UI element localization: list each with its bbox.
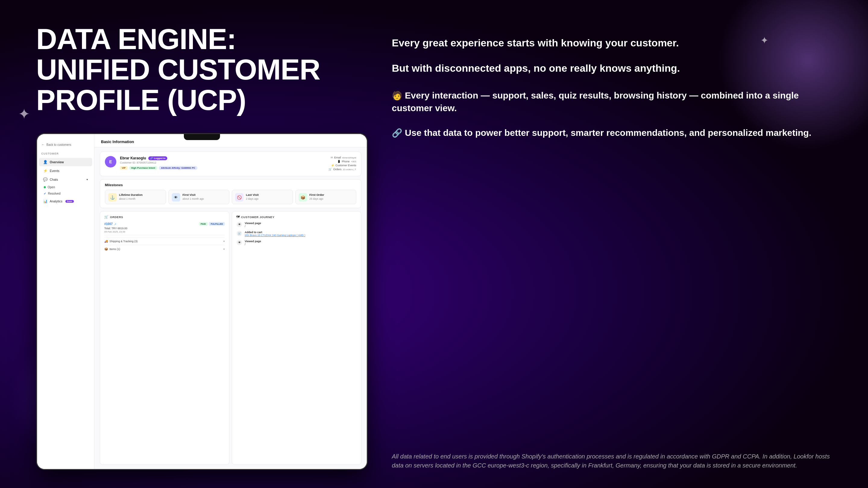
journey-panel-title: CUSTOMER JOURNEY [241, 216, 275, 219]
tagline-2: But with disconnected apps, no one reall… [392, 61, 838, 75]
last-visit-icon: 🚫 [235, 193, 244, 201]
sidebar-item-events[interactable]: ⚡ Events [39, 167, 92, 175]
orders-panel-title: ORDERS [110, 216, 123, 219]
right-content-col: Every great experience starts with knowi… [392, 24, 838, 470]
first-visit-value: about 1 month ago [183, 197, 204, 200]
milestone-first-visit: 👁 First Visit about 1 month ago [168, 190, 230, 204]
phone-value: +905 [351, 160, 356, 163]
app-sidebar: ← Back to customers CUSTOMER 👤 Overview … [37, 134, 94, 469]
sidebar-item-resolved[interactable]: ✔ Resolved [41, 190, 94, 197]
tag-vip: VIP [120, 166, 127, 170]
tag-attribute-affinity: Attribute Affinity: GAMING PC [159, 166, 197, 170]
first-visit-icon: 👁 [172, 193, 180, 201]
bottom-panels: 🛒 ORDERS #1007 ↗ PAID FULFILLE [100, 211, 361, 465]
journey-panel-title-row: 🗺 CUSTOMER JOURNEY [236, 215, 357, 219]
events-icon: ⚡ [43, 169, 48, 173]
soon-badge: Soon [65, 200, 74, 203]
items-row[interactable]: 📦 Items (1) ▾ [104, 245, 225, 253]
phone-label: Phone [342, 160, 350, 163]
orders-icon: 🛒 [329, 168, 332, 171]
customer-name: Ebrar Karaoglu [120, 156, 146, 160]
disclaimer-section: All data related to end users is provide… [392, 440, 838, 470]
customer-journey-panel: 🗺 CUSTOMER JOURNEY 👁 Viewed page / [232, 211, 361, 465]
back-arrow-icon: ← [41, 142, 45, 147]
feature-text-1: 🧑 Every interaction — support, sales, qu… [392, 89, 838, 115]
journey-panel-icon: 🗺 [236, 215, 240, 219]
sidebar-item-analytics[interactable]: 📊 Analytics Soon [39, 197, 92, 205]
items-icon: 📦 [104, 247, 108, 251]
sidebar-item-open[interactable]: Open [41, 184, 94, 190]
order-badges: PAID FULFILLED [199, 222, 225, 226]
orders-row: 🛒 Orders 10 orders | T [329, 168, 356, 171]
feature-item-1: 🧑 Every interaction — support, sales, qu… [392, 89, 838, 115]
orders-panel: 🛒 ORDERS #1007 ↗ PAID FULFILLE [100, 211, 229, 465]
milestone-lifetime: ⚓ Lifetime Duration about 1 month [105, 190, 166, 204]
lifetime-label: Lifetime Duration [119, 193, 143, 196]
feature-text-2: 🔗 Use that data to power better support,… [392, 127, 838, 139]
last-visit-value: 2 days ago [246, 197, 258, 200]
journey-item-2: 🛒 Added to cart MSI Bravo 15 C7UDXK 240 … [236, 231, 357, 237]
resolved-check-icon: ✔ [44, 192, 46, 195]
analytics-icon: 📊 [43, 199, 48, 203]
chats-sub-menu: Open ✔ Resolved [37, 184, 94, 197]
customer-info: Ebrar Karaoglu 🔗 Logged In Customer ID: … [120, 156, 325, 170]
order-date: 05 Feb 2025, 23:39 [104, 230, 225, 233]
shipping-icon: 🚚 [104, 239, 108, 243]
order-total: Total: TRY 6819.00 [104, 227, 225, 230]
sidebar-item-overview[interactable]: 👤 Overview [39, 158, 92, 166]
email-icon: ✉ [331, 156, 333, 159]
first-order-label: First Order [310, 193, 324, 196]
tagline-1: Every great experience starts with knowi… [392, 36, 838, 50]
logged-in-icon: 🔗 [150, 157, 153, 160]
sidebar-section-customer: CUSTOMER [37, 151, 94, 158]
back-to-customers[interactable]: ← Back to customers [37, 142, 94, 151]
orders-label: Orders [333, 168, 341, 171]
items-expand-icon: ▾ [223, 248, 225, 251]
journey-view-icon-1: 👁 [237, 222, 242, 227]
journey-action-3: Viewed page [245, 240, 357, 243]
shipping-row[interactable]: 🚚 Shipping & Tracking (3) ▾ [104, 237, 225, 245]
feature-emoji-1: 🧑 [392, 91, 402, 100]
customer-meta: ✉ Email ebrarsbhayat 📱 Phone +905 ⚡ [329, 156, 356, 172]
email-label: Email [334, 156, 341, 159]
milestones-row: ⚓ Lifetime Duration about 1 month 👁 Firs… [105, 190, 356, 204]
hero-title: DATA ENGINE: UNIFIED CUSTOMER PROFILE (U… [36, 24, 368, 115]
journey-cart-icon: 🛒 [237, 231, 242, 236]
milestone-first-order: 📦 First Order 25 days ago [296, 190, 356, 204]
orders-value: 10 orders | T [343, 168, 356, 171]
first-visit-label: First Visit [183, 193, 204, 196]
phone-row: 📱 Phone +905 [329, 160, 356, 163]
journey-detail-2[interactable]: MSI Bravo 15 C7UDXK 240 Gaming Laptops (… [245, 234, 357, 237]
journey-view-icon-2: 👁 [237, 240, 242, 245]
order-number[interactable]: #1007 [104, 222, 113, 226]
logged-in-badge: 🔗 Logged In [148, 156, 167, 160]
open-dot-icon [44, 186, 46, 188]
journey-item-3: 👁 Viewed page / [236, 240, 357, 246]
chats-icon: 💬 [43, 177, 48, 182]
main-content-area: Basic Information E Ebrar Karaoglu 🔗 Log… [94, 134, 367, 469]
sidebar-item-chats[interactable]: 💬 Chats ▾ [39, 175, 92, 184]
customer-avatar: E [105, 156, 116, 167]
first-order-icon: 📦 [299, 193, 307, 201]
feature-item-2: 🔗 Use that data to power better support,… [392, 127, 838, 139]
shipping-expand-icon: ▾ [223, 240, 225, 243]
first-order-value: 25 days ago [310, 197, 324, 200]
customer-tags: VIP High Purchase Intent Attribute Affin… [120, 166, 325, 170]
customer-card: E Ebrar Karaoglu 🔗 Logged In Customer I [100, 152, 361, 176]
order-link-icon: ↗ [114, 223, 116, 226]
journey-item-1: 👁 Viewed page / [236, 222, 357, 228]
journey-detail-1: / [245, 225, 357, 228]
customer-id: Customer ID: 8709357109412 [120, 161, 325, 164]
last-visit-label: Last Visit [246, 193, 258, 196]
events-row: ⚡ Customer Events [329, 164, 356, 167]
journey-action-1: Viewed page [245, 222, 357, 225]
paid-badge: PAID [199, 222, 208, 226]
disclaimer-text: All data related to end users is provide… [392, 452, 838, 470]
laptop-notch [184, 134, 220, 140]
fulfilled-badge: FULFILLED [209, 222, 225, 226]
chats-expand-icon: ▾ [87, 178, 88, 181]
events-label: Customer Events [336, 164, 356, 167]
journey-action-2: Added to cart [245, 231, 357, 234]
journey-detail-3: / [245, 243, 357, 246]
phone-icon: 📱 [337, 160, 341, 163]
